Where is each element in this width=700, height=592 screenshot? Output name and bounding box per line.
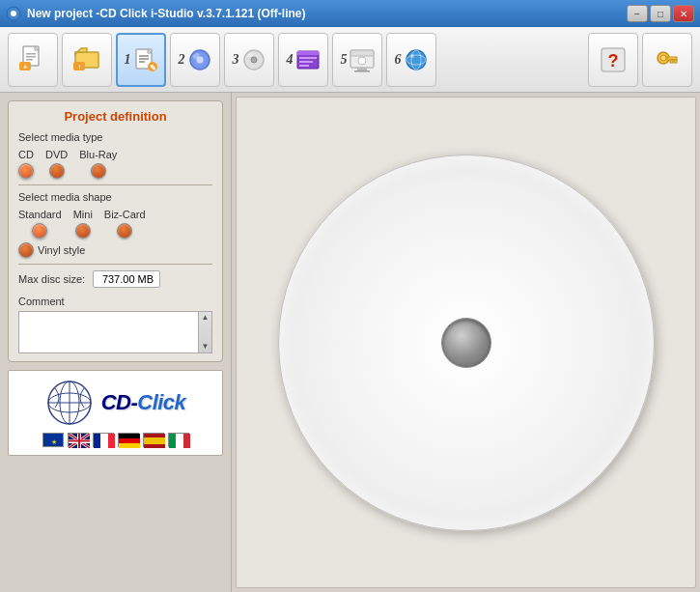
comment-scrollbar: ▲ ▼	[198, 311, 212, 353]
svg-rect-27	[299, 57, 317, 59]
flag-de[interactable]	[118, 433, 139, 447]
toolbar-new-button[interactable]: +	[8, 33, 58, 87]
media-shape-row2: Vinyl style	[18, 242, 212, 258]
toolbar-step3-button[interactable]: 3	[224, 33, 274, 87]
flag-uk[interactable]	[68, 433, 89, 447]
scroll-down-icon[interactable]: ▼	[202, 343, 210, 351]
shape-mini[interactable]: Mini	[73, 209, 93, 239]
svg-rect-44	[674, 60, 677, 63]
max-disc-value: 737.00 MB	[93, 270, 160, 288]
svg-rect-26	[297, 51, 319, 55]
svg-rect-28	[299, 61, 313, 63]
app-icon	[6, 6, 21, 21]
comment-input[interactable]	[18, 311, 198, 353]
comment-box: ▲ ▼	[18, 311, 212, 353]
toolbar-step1-button[interactable]: 1 ✎	[116, 33, 166, 87]
window-title: New project -CD Click i-Studio v.3.7.1.1…	[27, 7, 627, 20]
media-type-dvd[interactable]: DVD	[45, 149, 68, 179]
maximize-button[interactable]: □	[650, 5, 671, 22]
close-button[interactable]: ✕	[673, 5, 694, 22]
media-type-group: CD DVD Blu-Ray	[18, 149, 212, 179]
mini-radio[interactable]	[75, 223, 91, 239]
divider-1	[18, 184, 212, 185]
media-type-cd[interactable]: CD	[18, 149, 34, 179]
svg-rect-72	[183, 434, 190, 448]
svg-point-34	[358, 57, 366, 65]
max-disc-row: Max disc size: 737.00 MB	[18, 270, 212, 288]
flag-it[interactable]	[168, 433, 189, 447]
window-controls: − □ ✕	[627, 5, 694, 22]
key-button[interactable]	[642, 33, 692, 87]
flags-row: ★	[42, 433, 189, 447]
dvd-radio[interactable]	[49, 163, 65, 179]
svg-rect-33	[354, 70, 370, 72]
svg-rect-4	[26, 53, 36, 55]
svg-rect-70	[169, 434, 176, 448]
svg-rect-45	[670, 60, 673, 63]
shape-vinyl[interactable]: Vinyl style	[18, 242, 85, 258]
cd-hole	[441, 318, 491, 368]
media-type-label: Select media type	[18, 131, 212, 143]
svg-rect-31	[350, 50, 374, 56]
toolbar-step6-button[interactable]: 6	[386, 33, 436, 87]
new-icon: +	[19, 44, 46, 75]
svg-text:✎: ✎	[149, 64, 155, 72]
comment-label: Comment	[18, 296, 212, 307]
svg-rect-71	[176, 434, 183, 448]
svg-rect-61	[69, 440, 90, 442]
cd-radio[interactable]	[18, 163, 34, 179]
svg-text:★: ★	[51, 438, 57, 445]
project-definition-section: Project definition Select media type CD …	[8, 100, 223, 362]
toolbar-step5-button[interactable]: 5	[332, 33, 382, 87]
toolbar-right: ?	[588, 33, 692, 87]
open-icon: ↑	[73, 44, 100, 75]
toolbar-open-button[interactable]: ↑	[62, 33, 112, 87]
divider-2	[18, 264, 212, 265]
svg-text:?: ?	[608, 51, 619, 70]
section-title: Project definition	[18, 109, 212, 124]
help-button[interactable]: ?	[588, 33, 638, 87]
svg-rect-5	[26, 56, 36, 58]
globe-icon	[45, 379, 94, 427]
svg-rect-62	[94, 434, 100, 448]
shape-standard[interactable]: Standard	[18, 209, 62, 239]
standard-radio[interactable]	[32, 223, 47, 239]
svg-rect-67	[119, 443, 140, 448]
svg-text:↑: ↑	[77, 63, 81, 71]
bizcard-radio[interactable]	[117, 223, 132, 239]
flag-eu[interactable]: ★	[42, 433, 64, 447]
main-area: Project definition Select media type CD …	[0, 93, 700, 592]
svg-rect-6	[26, 59, 33, 61]
toolbar-step4-button[interactable]: 4	[278, 33, 328, 87]
svg-point-38	[410, 54, 414, 58]
svg-rect-69	[144, 437, 165, 444]
logo-panel: CD-Click ★	[8, 370, 223, 456]
toolbar: + ↑ 1 ✎	[0, 27, 700, 93]
title-bar: New project -CD Click i-Studio v.3.7.1.1…	[0, 0, 700, 27]
logo-area: CD-Click	[45, 379, 186, 427]
svg-rect-64	[108, 434, 115, 448]
svg-rect-66	[119, 438, 140, 443]
max-disc-label: Max disc size:	[18, 273, 85, 285]
scroll-up-icon[interactable]: ▲	[202, 314, 210, 322]
bluray-radio[interactable]	[91, 163, 106, 179]
svg-point-42	[660, 55, 666, 61]
shape-bizcard[interactable]: Biz-Card	[104, 209, 146, 239]
svg-rect-63	[100, 434, 108, 448]
app-logo-text: CD-Click	[101, 390, 186, 415]
flag-es[interactable]	[143, 433, 164, 447]
toolbar-step2-button[interactable]: 2	[170, 33, 220, 87]
svg-rect-29	[299, 65, 309, 67]
svg-rect-65	[119, 434, 140, 438]
comment-area: Comment ▲ ▼	[18, 296, 212, 353]
cd-disc	[278, 155, 655, 531]
svg-point-35	[406, 50, 426, 70]
cd-preview-area	[236, 97, 696, 588]
left-panel: Project definition Select media type CD …	[0, 93, 232, 592]
flag-fr[interactable]	[93, 433, 114, 447]
svg-text:+: +	[23, 63, 28, 71]
media-type-bluray[interactable]: Blu-Ray	[79, 149, 117, 179]
svg-point-1	[11, 11, 16, 16]
vinyl-radio[interactable]	[18, 242, 34, 258]
minimize-button[interactable]: −	[627, 5, 648, 22]
